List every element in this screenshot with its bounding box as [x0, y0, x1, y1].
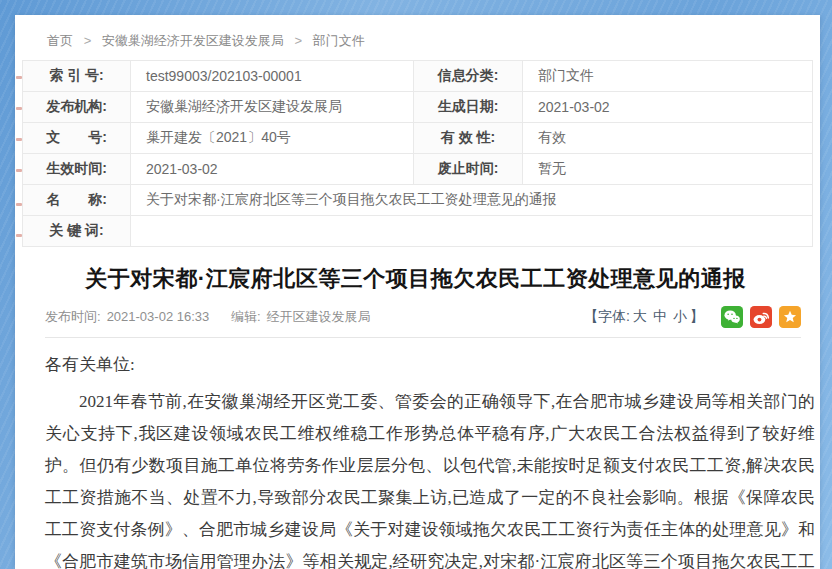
article-meta-row: 发布时间:2021-03-02 16:33 编辑:经开区建设发展局 【字体:大中… — [45, 306, 801, 328]
meta-value-create-date: 2021-03-02 — [523, 92, 813, 123]
table-row: 索 引 号: test99003/202103-00001 信息分类: 部门文件 — [23, 61, 813, 92]
meta-value-validity: 有效 — [523, 123, 813, 154]
favorite-star-icon[interactable] — [779, 306, 801, 328]
publish-time-value: 2021-03-02 16:33 — [107, 309, 210, 324]
font-size-medium[interactable]: 中 — [653, 308, 667, 324]
table-row: 关 键 词: — [23, 216, 813, 247]
salutation-paragraph: 各有关单位: — [45, 349, 815, 381]
breadcrumb: 首页 > 安徽巢湖经济开发区建设发展局 > 部门文件 — [22, 28, 809, 60]
table-row: 文 号: 巢开建发〔2021〕40号 有 效 性: 有效 — [23, 123, 813, 154]
meta-label-index-number: 索 引 号: — [23, 61, 131, 92]
breadcrumb-bureau[interactable]: 安徽巢湖经济开发区建设发展局 — [102, 33, 284, 48]
row-accent-mark — [16, 107, 22, 110]
publish-time-label: 发布时间: — [45, 309, 101, 324]
body-paragraph: 2021年春节前,在安徽巢湖经开区党工委、管委会的正确领导下,在合肥市城乡建设局… — [45, 386, 815, 569]
meta-label-effective-date: 生效时间: — [23, 154, 131, 185]
publish-info: 发布时间:2021-03-02 16:33 编辑:经开区建设发展局 — [45, 308, 377, 326]
meta-label-info-category: 信息分类: — [414, 61, 523, 92]
meta-value-keywords — [131, 216, 813, 247]
page-title: 关于对宋都·江宸府北区等三个项目拖欠农民工工资处理意见的通报 — [22, 263, 809, 295]
font-size-large[interactable]: 大 — [633, 308, 647, 324]
editor-label: 编辑: — [231, 309, 261, 324]
meta-value-effective-date: 2021-03-02 — [131, 154, 414, 185]
meta-label-repeal-date: 废止时间: — [414, 154, 523, 185]
row-accent-mark — [16, 76, 22, 79]
breadcrumb-section[interactable]: 部门文件 — [313, 33, 365, 48]
share-buttons — [714, 306, 801, 328]
font-control-close: 】 — [690, 308, 704, 324]
meta-label-create-date: 生成日期: — [414, 92, 523, 123]
font-control-open: 【字体: — [584, 308, 630, 324]
breadcrumb-separator: > — [294, 33, 302, 48]
meta-divider — [45, 337, 801, 338]
row-accent-mark — [16, 138, 22, 141]
row-accent-mark — [16, 169, 22, 172]
meta-label-keywords: 关 键 词: — [23, 216, 131, 247]
weibo-share-icon[interactable] — [750, 306, 772, 328]
content-panel: 首页 > 安徽巢湖经济开发区建设发展局 > 部门文件 索 引 号: test99… — [15, 15, 820, 569]
meta-value-publisher: 安徽巢湖经济开发区建设发展局 — [131, 92, 414, 123]
font-size-control: 【字体:大中小】 — [584, 308, 704, 326]
meta-label-validity: 有 效 性: — [414, 123, 523, 154]
table-row: 生效时间: 2021-03-02 废止时间: 暂无 — [23, 154, 813, 185]
editor-value: 经开区建设发展局 — [267, 309, 371, 324]
meta-value-doc-name: 关于对宋都·江宸府北区等三个项目拖欠农民工工资处理意见的通报 — [131, 185, 813, 216]
meta-value-repeal-date: 暂无 — [523, 154, 813, 185]
document-meta-table: 索 引 号: test99003/202103-00001 信息分类: 部门文件… — [22, 60, 813, 247]
breadcrumb-home[interactable]: 首页 — [47, 33, 73, 48]
article-body: 各有关单位: 2021年春节前,在安徽巢湖经开区党工委、管委会的正确领导下,在合… — [45, 349, 815, 569]
row-accent-mark — [16, 234, 22, 237]
meta-value-doc-number: 巢开建发〔2021〕40号 — [131, 123, 414, 154]
meta-value-info-category: 部门文件 — [523, 61, 813, 92]
breadcrumb-separator: > — [84, 33, 92, 48]
meta-label-doc-name: 名 称: — [23, 185, 131, 216]
font-size-small[interactable]: 小 — [673, 308, 687, 324]
table-row: 发布机构: 安徽巢湖经济开发区建设发展局 生成日期: 2021-03-02 — [23, 92, 813, 123]
table-row: 名 称: 关于对宋都·江宸府北区等三个项目拖欠农民工工资处理意见的通报 — [23, 185, 813, 216]
meta-label-publisher: 发布机构: — [23, 92, 131, 123]
meta-value-index-number: test99003/202103-00001 — [131, 61, 414, 92]
meta-label-doc-number: 文 号: — [23, 123, 131, 154]
wechat-share-icon[interactable] — [721, 306, 743, 328]
row-accent-mark — [16, 203, 22, 206]
article-tools: 【字体:大中小】 — [584, 306, 801, 328]
